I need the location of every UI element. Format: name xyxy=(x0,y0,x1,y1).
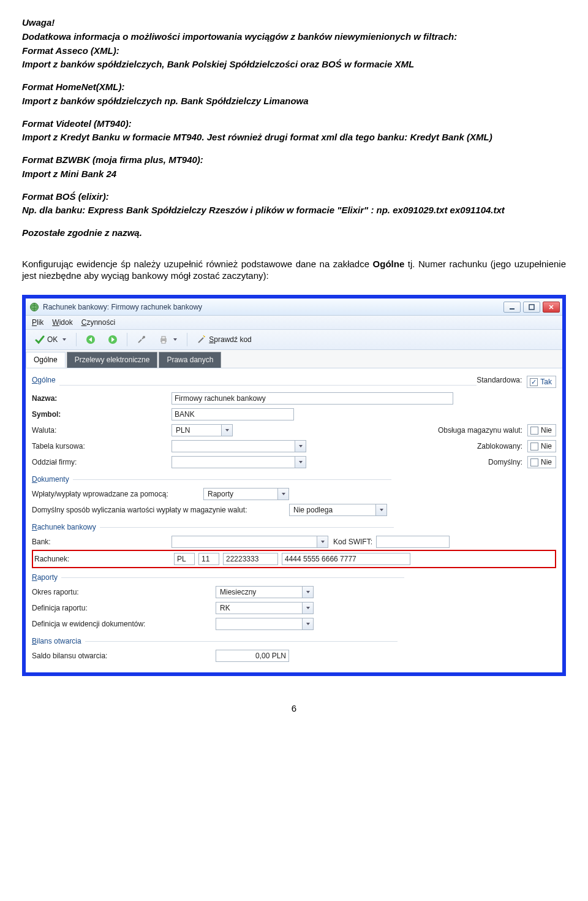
okres-combo[interactable]: Miesieczny xyxy=(216,586,314,598)
wplaty-combo[interactable]: Raporty xyxy=(203,488,289,500)
svg-rect-2 xyxy=(529,305,534,310)
sprawdz-kod-button[interactable]: Sprawdź kod xyxy=(192,332,255,348)
nazwa-input[interactable] xyxy=(172,392,453,405)
homenet-hdr: Format HomeNet(XML): xyxy=(22,82,566,93)
bos-body: Np. dla banku: Express Bank Spółdzielczy… xyxy=(22,205,566,216)
domysl-wyp-combo[interactable]: Nie podlega xyxy=(289,504,387,516)
arrow-left-icon xyxy=(86,335,96,344)
section-dokumenty: Dokumenty xyxy=(32,470,556,486)
print-button[interactable] xyxy=(154,332,182,348)
svg-rect-8 xyxy=(162,341,165,343)
zablokowany-label: Zablokowany: xyxy=(477,442,522,450)
tab-ogolne[interactable]: Ogólne xyxy=(26,352,66,368)
heading-uwaga: Uwaga! xyxy=(22,17,566,29)
section-ogolne: Ogólne Standardowa: Tak xyxy=(32,371,556,390)
chevron-down-icon xyxy=(295,441,306,452)
window-title: Rachunek bankowy: Firmowy rachunek banko… xyxy=(43,303,503,311)
svg-point-5 xyxy=(143,336,145,338)
bzwbk-hdr: Format BZWBK (moja firma plus, MT940): xyxy=(22,154,566,166)
standardowa-label: Standardowa: xyxy=(477,376,522,388)
page-number: 6 xyxy=(22,703,566,713)
menu-widok[interactable]: Widok xyxy=(52,318,72,327)
bzwbk-body: Import z Mini Bank 24 xyxy=(22,169,566,180)
tabela-combo[interactable] xyxy=(172,440,306,452)
sprawdz-kod-label: Sprawdź kod xyxy=(209,335,251,344)
tab-prawa-danych[interactable]: Prawa danych xyxy=(159,352,221,368)
rachunek-label: Rachunek: xyxy=(34,555,174,563)
dropdown-caret-icon xyxy=(173,337,178,342)
arrow-right-icon xyxy=(108,335,118,344)
minimize-button[interactable] xyxy=(503,302,521,313)
chevron-down-icon xyxy=(295,457,306,468)
nav-forward-button[interactable] xyxy=(104,332,122,348)
obsluga-label: Obsługa magazynu walut: xyxy=(438,426,522,435)
def-rap-combo[interactable]: RK xyxy=(216,602,314,614)
section-raporty: Raporty xyxy=(32,568,556,584)
svg-rect-7 xyxy=(162,336,165,339)
bank-combo[interactable] xyxy=(172,536,328,548)
zablokowany-checkbox[interactable]: Nie xyxy=(527,440,556,452)
magic-wand-icon xyxy=(197,335,206,344)
waluta-combo[interactable]: PLN xyxy=(172,424,233,436)
window-frame: Rachunek bankowy: Firmowy rachunek banko… xyxy=(22,295,566,676)
domyslny-label: Domyślny: xyxy=(488,458,522,466)
pozostale: Pozostałe zgodnie z nazwą. xyxy=(22,227,566,239)
form-panel: Ogólne Standardowa: Tak Nazwa: Symbol: W… xyxy=(26,368,562,672)
chevron-down-icon xyxy=(302,618,313,629)
def-rap-label: Definicja raportu: xyxy=(32,604,216,612)
nav-back-button[interactable] xyxy=(81,332,100,348)
tools-icon xyxy=(137,335,146,344)
videotel-hdr: Format Videotel (MT940): xyxy=(22,118,566,130)
section-bilans: Bilans otwarcia xyxy=(32,632,556,648)
bos-hdr: Format BOŚ (elixir): xyxy=(22,191,566,203)
rachunek-rest-input[interactable] xyxy=(282,553,410,565)
rachunek-bank-input[interactable] xyxy=(223,553,278,565)
rachunek-pl-input[interactable] xyxy=(174,553,195,565)
oddzial-label: Oddział firmy: xyxy=(32,458,172,466)
oddzial-combo[interactable] xyxy=(172,456,306,468)
check-icon xyxy=(35,335,45,344)
tab-strip: Ogólne Przelewy elektroniczne Prawa dany… xyxy=(26,350,562,368)
saldo-input[interactable] xyxy=(216,650,289,662)
dropdown-caret-icon xyxy=(62,337,67,342)
def-ewi-combo[interactable] xyxy=(216,618,314,630)
ok-button[interactable]: OK xyxy=(31,332,71,348)
titlebar: Rachunek bankowy: Firmowy rachunek banko… xyxy=(26,298,562,316)
symbol-input[interactable] xyxy=(172,408,294,420)
videotel-body: Import z Kredyt Banku w formacie MT940. … xyxy=(22,132,566,143)
konfig-tab-name: Ogólne xyxy=(373,259,405,269)
tabela-label: Tabela kursowa: xyxy=(32,442,172,450)
nazwa-label: Nazwa: xyxy=(32,394,172,403)
intro-line: Dodatkowa informacja o możliwości import… xyxy=(22,31,566,43)
chevron-down-icon xyxy=(302,603,313,614)
maximize-button[interactable] xyxy=(523,302,540,313)
printer-icon xyxy=(159,335,168,344)
domysl-wyp-label: Domyślny sposób wyliczania wartości wypł… xyxy=(32,506,289,514)
wplaty-label: Wpłaty/wypłaty wprowadzane za pomocą: xyxy=(32,490,203,498)
konfig-pre: Konfigurując ewidencje śp należy uzupełn… xyxy=(22,259,373,269)
okres-label: Okres raportu: xyxy=(32,588,216,596)
menubar: Plik Widok Czynności xyxy=(26,316,562,330)
chevron-down-icon xyxy=(277,489,288,500)
svg-rect-1 xyxy=(510,308,514,310)
section-rachunek: Rachunek bankowy xyxy=(32,518,556,534)
toolbar: OK xyxy=(26,330,562,350)
tools-button[interactable] xyxy=(132,332,151,348)
chevron-down-icon xyxy=(375,504,386,515)
menu-plik[interactable]: Plik xyxy=(32,318,43,327)
homenet-body: Import z banków spółdzielczych np. Bank … xyxy=(22,96,566,107)
obsluga-checkbox[interactable]: Nie xyxy=(527,424,556,436)
domyslny-checkbox[interactable]: Nie xyxy=(527,456,556,468)
rachunek-highlight: Rachunek: xyxy=(32,550,556,568)
swift-label: Kod SWIFT: xyxy=(333,538,372,546)
waluta-label: Waluta: xyxy=(32,426,172,435)
chevron-down-icon xyxy=(221,425,232,436)
rachunek-cc-input[interactable] xyxy=(198,553,219,565)
standardowa-checkbox[interactable]: Tak xyxy=(527,376,556,388)
menu-czynnosci[interactable]: Czynności xyxy=(81,318,115,327)
close-button[interactable] xyxy=(543,302,560,313)
swift-input[interactable] xyxy=(376,536,450,548)
tab-przelewy[interactable]: Przelewy elektroniczne xyxy=(67,352,158,368)
asseco-body: Import z banków spółdzielczych, Bank Pol… xyxy=(22,59,566,70)
konfig-paragraph: Konfigurując ewidencje śp należy uzupełn… xyxy=(22,259,566,282)
